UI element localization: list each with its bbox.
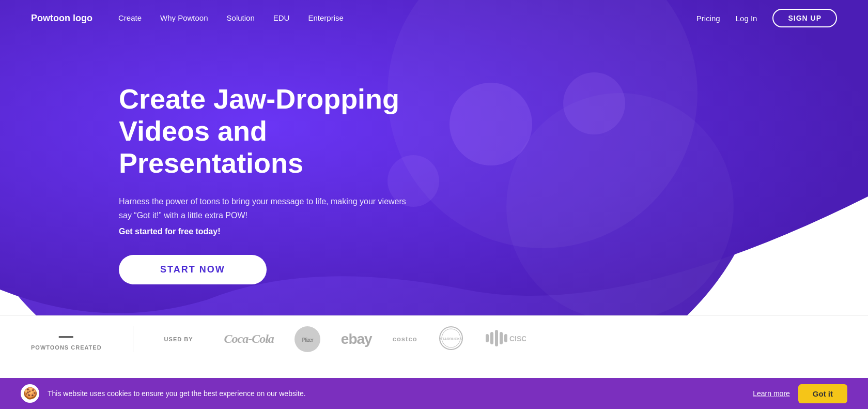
brands-stats: — POWTOONS CREATED xyxy=(31,328,102,351)
brand-pfizer: Pfizer xyxy=(295,326,320,352)
svg-point-3 xyxy=(506,93,734,321)
powtoons-count: — xyxy=(59,328,74,344)
hero-content: Create Jaw-Dropping Videos and Presentat… xyxy=(119,83,408,284)
nav-right: Pricing Log In SIGN UP xyxy=(696,9,837,27)
brands-bar: — POWTOONS CREATED USED BY Coca-Cola Pfi… xyxy=(0,315,868,362)
navbar: Powtoon logo Create Why Powtoon Solution… xyxy=(0,0,868,36)
svg-text:CISCO: CISCO xyxy=(509,335,526,343)
svg-rect-16 xyxy=(504,334,507,342)
svg-point-4 xyxy=(450,83,532,165)
brand-coca-cola: Coca-Cola xyxy=(224,332,274,346)
hero-title: Create Jaw-Dropping Videos and Presentat… xyxy=(119,83,408,179)
used-by-label: USED BY xyxy=(164,336,193,342)
svg-point-5 xyxy=(563,72,625,134)
hero-subtitle: Harness the power of toons to bring your… xyxy=(119,194,408,222)
start-now-button[interactable]: START NOW xyxy=(119,255,267,284)
nav-item-edu[interactable]: EDU xyxy=(273,13,290,23)
nav-item-solution[interactable]: Solution xyxy=(227,13,255,23)
nav-signup-button[interactable]: SIGN UP xyxy=(772,9,837,27)
svg-text:STARBUCKS: STARBUCKS xyxy=(440,337,462,341)
nav-item-enterprise[interactable]: Enterprise xyxy=(308,13,343,23)
powtoons-created-label: POWTOONS CREATED xyxy=(31,344,102,351)
brand-ebay: ebay xyxy=(341,331,372,347)
nav-links: Create Why Powtoon Solution EDU Enterpri… xyxy=(118,13,696,23)
nav-pricing-link[interactable]: Pricing xyxy=(696,14,720,23)
brand-costco: costco xyxy=(393,335,417,343)
svg-rect-12 xyxy=(486,334,489,342)
nav-logo: Powtoon logo xyxy=(31,13,92,24)
svg-rect-15 xyxy=(500,332,503,344)
hero-cta-text: Get started for free today! xyxy=(119,227,408,236)
brand-cisco: CISCO xyxy=(485,328,526,351)
svg-rect-13 xyxy=(490,332,493,344)
svg-text:Pfizer: Pfizer xyxy=(302,337,313,343)
nav-login-link[interactable]: Log In xyxy=(736,14,757,23)
brand-starbucks: STARBUCKS xyxy=(438,325,464,353)
nav-item-create[interactable]: Create xyxy=(118,13,142,23)
svg-rect-14 xyxy=(495,330,498,346)
hero-section: Powtoon logo Create Why Powtoon Solution… xyxy=(0,0,868,362)
brands-divider xyxy=(133,326,133,352)
nav-item-why-powtoon[interactable]: Why Powtoon xyxy=(160,13,208,23)
